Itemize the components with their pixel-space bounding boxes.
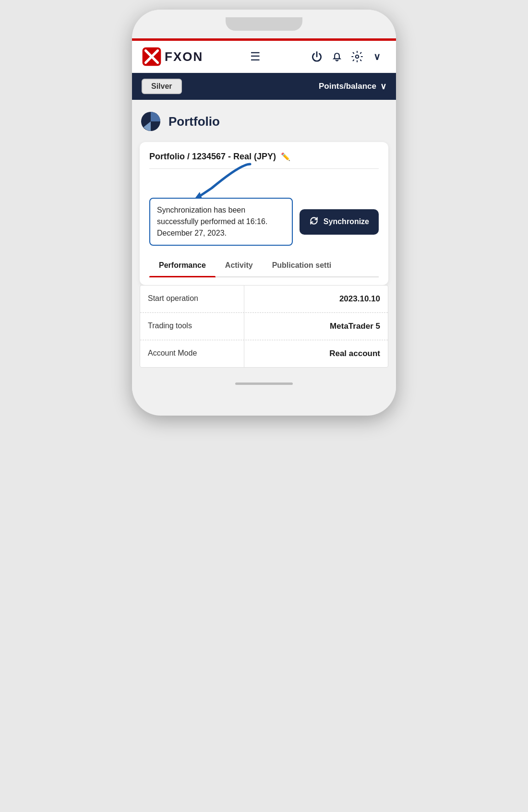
home-bar: [235, 382, 293, 385]
portfolio-card: Portfolio / 1234567 - Real (JPY) ✏️ Sync…: [140, 142, 388, 285]
tab-activity[interactable]: Activity: [216, 254, 263, 276]
info-table: Start operation 2023.10.10 Trading tools…: [140, 285, 388, 368]
logo: FXON: [142, 47, 203, 67]
account-bar: Silver Points/balance ∨: [132, 73, 396, 100]
bell-icon[interactable]: [328, 48, 346, 66]
page-content: Portfolio Portfolio / 1234567 - Real (JP…: [132, 100, 396, 376]
refresh-icon: [309, 216, 319, 228]
hamburger-menu-icon[interactable]: ☰: [247, 47, 264, 66]
trading-tools-value: MetaTrader 5: [244, 313, 388, 340]
start-operation-label: Start operation: [140, 286, 244, 312]
portfolio-account-title: Portfolio / 1234567 - Real (JPY) ✏️: [149, 152, 379, 162]
points-chevron-icon: ∨: [380, 81, 386, 92]
sync-button-label: Synchronize: [324, 217, 369, 226]
synchronize-button[interactable]: Synchronize: [300, 209, 379, 235]
tab-publication[interactable]: Publication setti: [263, 254, 341, 276]
gear-icon[interactable]: [348, 48, 366, 66]
sync-section: Synchronization has been successfully pe…: [149, 198, 379, 246]
portfolio-header: Portfolio: [140, 108, 388, 134]
app-header: FXON ☰ ∨: [132, 41, 396, 73]
portfolio-title: Portfolio: [168, 114, 220, 129]
phone-top: [132, 10, 396, 38]
phone-bottom: [132, 376, 396, 391]
table-row: Account Mode Real account: [140, 340, 388, 367]
header-chevron-icon[interactable]: ∨: [368, 48, 386, 66]
fxon-logo-icon: [142, 47, 162, 67]
sync-message-box: Synchronization has been successfully pe…: [149, 198, 293, 246]
start-operation-value: 2023.10.10: [244, 286, 388, 312]
points-balance-label: Points/balance: [319, 82, 376, 91]
power-icon[interactable]: [308, 48, 326, 66]
trading-tools-label: Trading tools: [140, 313, 244, 340]
logo-text: FXON: [165, 49, 203, 64]
points-balance-button[interactable]: Points/balance ∨: [319, 81, 386, 92]
tabs-bar: Performance Activity Publication setti: [149, 254, 379, 277]
edit-icon[interactable]: ✏️: [281, 152, 290, 161]
portfolio-icon: [140, 110, 162, 132]
card-divider: [149, 168, 379, 169]
account-mode-value: Real account: [244, 340, 388, 367]
arrow-annotation: [154, 159, 260, 203]
silver-badge: Silver: [142, 79, 182, 94]
table-row: Trading tools MetaTrader 5: [140, 313, 388, 340]
svg-point-3: [356, 55, 359, 59]
table-row: Start operation 2023.10.10: [140, 286, 388, 313]
phone-notch: [226, 17, 302, 31]
sync-message-text: Synchronization has been successfully pe…: [157, 206, 267, 237]
account-mode-label: Account Mode: [140, 340, 244, 367]
tab-performance[interactable]: Performance: [149, 254, 216, 276]
phone-frame: FXON ☰ ∨: [132, 10, 396, 416]
header-nav: ∨: [308, 48, 386, 66]
